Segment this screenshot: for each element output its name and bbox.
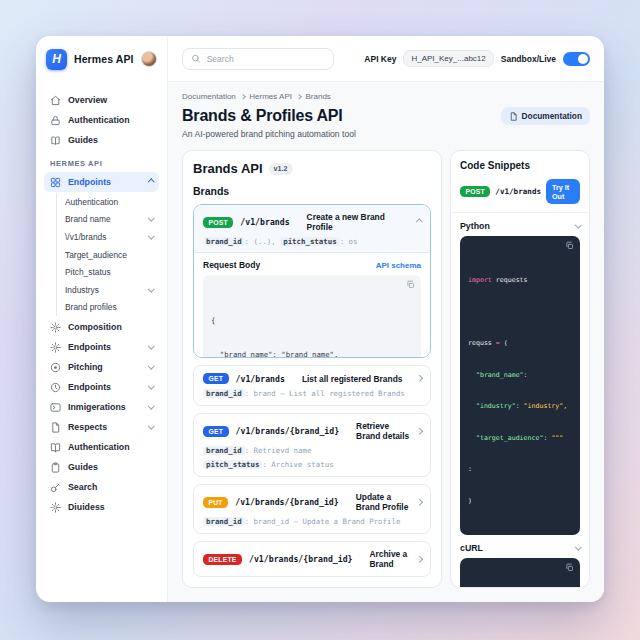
sidebar-subitem-industrys[interactable]: Industrys (59, 281, 159, 299)
sidebar-subitem-authentication[interactable]: Authentication (59, 193, 159, 211)
grid-icon (50, 177, 61, 188)
logo-area: H Hermes API (36, 36, 168, 82)
chevron-down-icon (575, 221, 581, 227)
sidebar-item-overview[interactable]: Overview (44, 90, 159, 110)
chevron-down-icon (148, 403, 154, 409)
sidebar-item-pitching[interactable]: Pitching (44, 357, 159, 377)
version-badge: v1.2 (269, 163, 293, 175)
sidebar-item-endpoints-2[interactable]: Endpoints (44, 337, 159, 357)
breadcrumb-item[interactable]: Documentation (182, 92, 236, 101)
api-key-value[interactable]: H_API_Key_...abc12 (403, 50, 493, 67)
sidebar-item-label: Authentication (68, 115, 130, 125)
endpoint-summary: Create a new Brand Profile (307, 212, 410, 232)
code-snippets-panel: Code Snippets POST /v1/brands Try It Out… (450, 150, 590, 588)
breadcrumb: Documentation Hermes API Brands (182, 92, 590, 101)
cog-icon (50, 502, 61, 513)
sidebar-item-guides-2[interactable]: Guides (44, 457, 159, 477)
sidebar-item-label: Endpoints (68, 177, 111, 187)
copy-icon[interactable] (565, 563, 574, 572)
chevron-right-icon[interactable] (416, 428, 422, 434)
sidebar-item-endpoints[interactable]: Endpoints (44, 172, 159, 192)
python-section-header[interactable]: Python (460, 221, 580, 231)
sidebar-item-diuidess[interactable]: Diuidess (44, 497, 159, 517)
breadcrumb-item[interactable]: Hermes API (249, 92, 292, 101)
chevron-down-icon (148, 383, 154, 389)
curl-code-block: curl -X POST ( "brand_name: " \ "industr… (460, 558, 580, 588)
endpoint-card-post-expanded: POST /v1/brands Create a new Brand Profi… (193, 204, 431, 358)
chevron-down-icon (575, 543, 581, 549)
chevron-right-icon[interactable] (416, 499, 422, 505)
endpoint-card-get-list[interactable]: GET /v1/brands List all registered Brand… (193, 365, 431, 406)
method-badge: POST (203, 217, 233, 228)
code-snippets-title: Code Snippets (460, 160, 580, 171)
content-area: Documentation Hermes API Brands Brands &… (168, 82, 604, 602)
snippet-path: /v1/brands (495, 187, 541, 196)
file-icon (50, 422, 61, 433)
endpoints-panel: Brands API v1.2 Brands POST /v1/brands C… (182, 150, 442, 588)
chevron-right-icon (240, 94, 245, 99)
book-open-icon (50, 442, 61, 453)
sidebar-item-guides[interactable]: Guides (44, 130, 159, 150)
sidebar-item-inmigerations[interactable]: Inmigerations (44, 397, 159, 417)
lock-icon (50, 115, 61, 126)
search-input[interactable] (207, 54, 325, 64)
sidebar-subitem-pitch-status[interactable]: Pitch_status (59, 263, 159, 281)
search-box[interactable] (182, 48, 334, 70)
breadcrumb-item[interactable]: Brands (306, 92, 331, 101)
curl-section-header[interactable]: cURL (460, 543, 580, 553)
endpoints-sub-list: Authentication Brand name \/v1/brands Ta… (56, 193, 159, 316)
sidebar-item-respects[interactable]: Respects (44, 417, 159, 437)
sidebar-item-endpoints-3[interactable]: Endpoints (44, 377, 159, 397)
target-icon (50, 362, 61, 373)
gear-icon (50, 322, 61, 333)
copy-icon[interactable] (565, 241, 574, 250)
sidebar-item-authentication[interactable]: Authentication (44, 110, 159, 130)
try-it-out-button[interactable]: Try It Out (546, 179, 580, 204)
endpoint-card-put[interactable]: PUT /v1/brands/{brand_id} Update a Brand… (193, 484, 431, 534)
api-section-title: Brands API (193, 161, 263, 176)
chevron-right-icon (296, 94, 301, 99)
sidebar: Overview Authentication Guides HERMES AP… (36, 82, 168, 602)
key-icon (50, 482, 61, 493)
chevron-up-icon[interactable] (416, 219, 422, 225)
sidebar-subitem-v1-brands[interactable]: \/v1/brands (59, 228, 159, 246)
sidebar-item-label: Overview (68, 95, 107, 105)
request-body-code: { "brand_name": "brand_name", "industry"… (203, 275, 421, 358)
sidebar-item-composition[interactable]: Composition (44, 317, 159, 337)
method-badge: POST (460, 186, 490, 197)
endpoint-header[interactable]: POST /v1/brands Create a new Brand Profi… (194, 205, 430, 252)
chevron-down-icon (148, 232, 154, 238)
sidebar-item-search[interactable]: Search (44, 477, 159, 497)
copy-icon[interactable] (406, 280, 415, 289)
sidebar-subitem-brand-profiles[interactable]: Brand profiles (59, 299, 159, 317)
group-title: Brands (193, 185, 431, 197)
chevron-right-icon[interactable] (416, 375, 422, 381)
book-icon (50, 135, 61, 146)
method-badge: PUT (203, 497, 228, 508)
search-icon (191, 53, 201, 64)
env-toggle-label: Sandbox/Live (501, 54, 556, 64)
api-key-label: API Key (364, 54, 396, 64)
app-window: H Hermes API API Key H_API_Key_...abc12 … (36, 36, 604, 602)
sandbox-live-toggle[interactable] (563, 52, 590, 66)
page-title: Brands & Profiles API (182, 107, 343, 125)
method-badge: GET (203, 426, 229, 437)
sidebar-item-authentication-2[interactable]: Authentication (44, 437, 159, 457)
endpoint-card-get-detail[interactable]: GET /v1/brands/{brand_id} Retrieve Brand… (193, 413, 431, 477)
python-code-block: import requests requss = ( "brand_name":… (460, 236, 580, 535)
sidebar-section-label: HERMES API (50, 159, 153, 168)
document-icon (509, 112, 518, 121)
documentation-button[interactable]: Documentation (501, 107, 590, 125)
avatar[interactable] (141, 51, 157, 67)
chevron-right-icon[interactable] (416, 556, 422, 562)
endpoint-card-delete[interactable]: DELETE /v1/brands/{brand_id} Archive a B… (193, 541, 431, 577)
chevron-down-icon (148, 285, 154, 291)
chevron-down-icon (148, 363, 154, 369)
sidebar-subitem-target-audience[interactable]: Target_audience (59, 246, 159, 264)
api-schema-link[interactable]: API schema (376, 261, 421, 270)
endpoint-path: /v1/brands (240, 217, 289, 227)
sidebar-subitem-brand-name[interactable]: Brand name (59, 211, 159, 229)
app-title: Hermes API (74, 53, 134, 65)
clock-icon (50, 382, 61, 393)
method-badge: DELETE (203, 554, 242, 565)
